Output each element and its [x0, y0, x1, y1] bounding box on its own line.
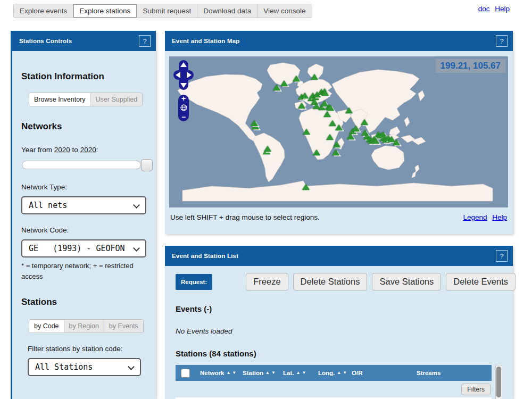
- tab-view-console[interactable]: View console: [257, 4, 311, 18]
- panel-help-button[interactable]: ?: [139, 35, 151, 47]
- by-region-button[interactable]: by Region: [64, 320, 104, 332]
- inventory-source-toggle: Browse Inventory User Supplied: [29, 93, 143, 106]
- col-lat: Lat. ▲▼: [283, 370, 318, 376]
- scrollbar-thumb[interactable]: [496, 367, 501, 397]
- station-marker-icon[interactable]: [280, 80, 288, 87]
- station-marker-icon[interactable]: [313, 149, 320, 156]
- delete-stations-button[interactable]: Delete Stations: [293, 273, 368, 290]
- zoom-in-button[interactable]: +: [181, 95, 186, 102]
- network-code-select[interactable]: GE (1993) - GEOFON: [21, 239, 146, 257]
- station-marker-icon[interactable]: [303, 129, 310, 135]
- request-button[interactable]: Request:: [176, 274, 212, 290]
- network-code-note: * = temporary network; + = restricted ac…: [21, 261, 146, 282]
- pan-left-icon[interactable]: [176, 72, 180, 78]
- tab-explore-stations[interactable]: Explore stations: [73, 4, 137, 18]
- tab-bar: Explore events Explore stations Submit r…: [13, 4, 312, 18]
- list-actions: Freeze Delete Stations Save Stations Del…: [246, 273, 516, 290]
- tab-download-data[interactable]: Download data: [197, 4, 257, 18]
- zoom-out-button[interactable]: −: [181, 114, 186, 120]
- station-marker-icon[interactable]: [302, 184, 310, 190]
- filters-button[interactable]: Filters: [461, 384, 491, 395]
- panel-help-button[interactable]: ?: [496, 35, 508, 47]
- col-streams: Streams: [417, 370, 492, 376]
- sort-desc-icon[interactable]: ▼: [232, 371, 236, 375]
- station-marker-icon[interactable]: [323, 111, 331, 118]
- station-marker-icon[interactable]: [335, 124, 343, 131]
- doc-link[interactable]: doc: [478, 5, 490, 13]
- sort-asc-icon[interactable]: ▲: [265, 371, 270, 375]
- user-supplied-button[interactable]: User Supplied: [91, 93, 143, 106]
- by-events-button[interactable]: by Events: [104, 320, 143, 332]
- by-code-button[interactable]: by Code: [29, 320, 64, 332]
- year-mid: to: [72, 146, 78, 154]
- map-links: Legend Help: [460, 213, 507, 221]
- col-long: Long. ▲▼: [318, 370, 352, 376]
- station-marker-icon[interactable]: [321, 90, 329, 96]
- stations-table-region: Network ▲▼ Station ▲▼ Lat. ▲▼ Long.: [176, 365, 502, 399]
- year-from-link[interactable]: 2020: [54, 146, 70, 154]
- year-to-link[interactable]: 2020: [80, 146, 96, 154]
- save-stations-button[interactable]: Save Stations: [372, 273, 441, 290]
- network-code-value: GE (1993) - GEOFON: [29, 244, 125, 253]
- station-marker-icon[interactable]: [293, 76, 300, 82]
- network-type-select[interactable]: All nets: [21, 196, 146, 214]
- year-range-slider[interactable]: [22, 161, 141, 169]
- station-marker-icon[interactable]: [264, 146, 271, 152]
- station-marker-icon[interactable]: [347, 134, 354, 140]
- panel-help-button[interactable]: ?: [496, 250, 508, 262]
- map-help-link[interactable]: Help: [492, 213, 507, 221]
- globe-icon[interactable]: [180, 104, 187, 111]
- table-scrollbar[interactable]: [495, 365, 502, 399]
- year-prefix: Year from: [21, 146, 52, 154]
- map-panel-header: Event and Station Map ?: [165, 31, 513, 51]
- panel-title: Event and Station Map: [172, 38, 240, 44]
- station-marker-icon[interactable]: [393, 139, 400, 146]
- sort-desc-icon[interactable]: ▼: [343, 371, 347, 375]
- sort-desc-icon[interactable]: ▼: [302, 371, 306, 375]
- station-code-filter-label: Filter stations by station code:: [28, 345, 146, 353]
- browse-inventory-button[interactable]: Browse Inventory: [29, 93, 91, 106]
- station-filter-value: All Stations: [35, 362, 93, 372]
- list-panel-header: Event and Station List ?: [165, 246, 513, 266]
- station-marker-icon[interactable]: [273, 85, 280, 91]
- pan-up-icon[interactable]: [180, 62, 187, 67]
- chevron-down-icon: [128, 363, 135, 370]
- freeze-button[interactable]: Freeze: [246, 273, 288, 290]
- tab-submit-request[interactable]: Submit request: [137, 4, 197, 18]
- stations-table-header: Network ▲▼ Station ▲▼ Lat. ▲▼ Long.: [176, 365, 492, 381]
- station-marker-icon[interactable]: [361, 119, 368, 126]
- station-marker-icon[interactable]: [332, 149, 339, 156]
- help-link[interactable]: Help: [495, 5, 510, 13]
- legend-link[interactable]: Legend: [463, 213, 487, 221]
- station-marker-icon[interactable]: [326, 134, 334, 140]
- year-range-label: Year from 2020 to 2020:: [21, 146, 146, 154]
- station-marker-icon[interactable]: [327, 105, 334, 111]
- networks-heading: Networks: [21, 121, 146, 132]
- panel-title: Event and Station List: [172, 253, 238, 259]
- pan-right-icon[interactable]: [187, 72, 192, 78]
- station-marker-icon[interactable]: [352, 126, 360, 132]
- event-station-map-panel: Event and Station Map ?: [165, 31, 513, 234]
- delete-events-button[interactable]: Delete Events: [446, 273, 516, 290]
- mouse-coordinates: 199.21, 105.67: [436, 59, 505, 73]
- network-type-value: All nets: [29, 201, 67, 210]
- tab-explore-events[interactable]: Explore events: [14, 4, 73, 18]
- station-marker-icon[interactable]: [251, 120, 258, 127]
- station-filter-select[interactable]: All Stations: [28, 358, 141, 376]
- pan-down-icon[interactable]: [180, 83, 187, 88]
- sort-desc-icon[interactable]: ▼: [271, 371, 276, 375]
- station-marker-icon[interactable]: [333, 142, 340, 148]
- station-marker-icon[interactable]: [345, 107, 353, 114]
- sort-asc-icon[interactable]: ▲: [226, 371, 230, 375]
- station-marker-icon[interactable]: [311, 74, 318, 80]
- year-slider-handle[interactable]: [141, 159, 153, 171]
- network-code-label: Network Code:: [21, 226, 146, 234]
- select-all-checkbox[interactable]: [181, 369, 190, 378]
- col-station: Station ▲▼: [243, 370, 283, 376]
- stations-controls-header: Stations Controls ?: [12, 31, 156, 51]
- world-map[interactable]: 199.21, 105.67 +: [169, 56, 508, 207]
- station-marker-icon[interactable]: [298, 103, 305, 109]
- sort-asc-icon[interactable]: ▲: [337, 371, 341, 375]
- sort-asc-icon[interactable]: ▲: [296, 371, 300, 375]
- station-filter-mode-toggle: by Code by Region by Events: [29, 319, 144, 333]
